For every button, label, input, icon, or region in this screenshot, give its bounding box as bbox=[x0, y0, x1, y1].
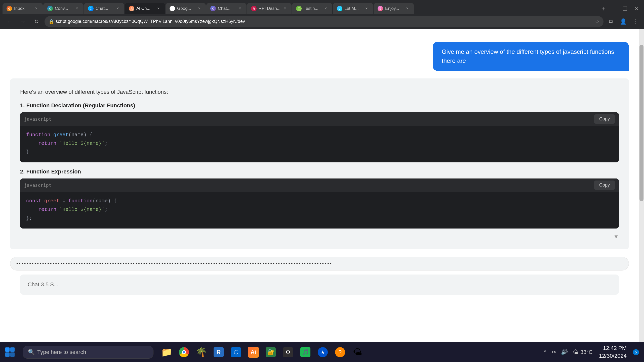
weather-icon: 🌤 bbox=[573, 349, 578, 355]
tab-chats[interactable]: CChat...× bbox=[84, 3, 124, 14]
reload-button[interactable]: ↻ bbox=[31, 16, 42, 27]
code-lang-1: javascript bbox=[24, 116, 51, 122]
tab-title-google: Goog... bbox=[177, 6, 195, 11]
tab-bar: GInbox×CConv...×CChat...×AAl Ch...×GGoog… bbox=[0, 0, 644, 14]
code-block-2: javascript Copy const greet = function(n… bbox=[20, 178, 619, 229]
taskbar-icon-file-manager[interactable]: 📁 bbox=[158, 344, 175, 360]
tab-ai-chat[interactable]: AAl Ch...× bbox=[125, 3, 165, 14]
taskbar-icon-obs[interactable]: ⚙ bbox=[280, 344, 296, 360]
section-2-heading: 2. Function Expression bbox=[20, 168, 619, 175]
address-bar: ← → ↻ 🔒 ☆ ⧉ 👤 ⋮ bbox=[0, 14, 644, 29]
tab-favicon-conv: C bbox=[47, 6, 53, 11]
chat-input[interactable] bbox=[16, 261, 623, 266]
new-tab-button[interactable]: ＋ bbox=[598, 3, 609, 14]
window-controls: ─ ❐ ✕ bbox=[609, 5, 641, 14]
address-input[interactable] bbox=[45, 16, 603, 27]
taskbar-icon-lock[interactable]: 🔐 bbox=[263, 344, 279, 360]
tray-weather[interactable]: 🌤 33°C bbox=[573, 349, 593, 355]
tray-chevron[interactable]: ^ bbox=[542, 348, 547, 357]
user-bubble: Give me an overview of the different typ… bbox=[433, 42, 629, 71]
browser-window: GInbox×CConv...×CChat...×AAl Ch...×GGoog… bbox=[0, 0, 644, 342]
browser-content: Give me an overview of the different typ… bbox=[0, 29, 644, 342]
start-button[interactable] bbox=[0, 342, 20, 362]
lock-icon: 🔒 bbox=[49, 19, 54, 24]
tab-rpi[interactable]: RRPI Dash...× bbox=[247, 3, 292, 14]
code-block-1: javascript Copy function greet(name) { r… bbox=[20, 112, 619, 162]
tab-close-testing[interactable]: × bbox=[323, 6, 328, 11]
tab-enjoy[interactable]: EEnjoy...× bbox=[374, 3, 414, 14]
taskbar-icon-r[interactable]: R bbox=[211, 344, 227, 360]
scrollbar-thumb bbox=[639, 45, 643, 201]
section-1-heading: 1. Function Declaration (Regular Functio… bbox=[20, 102, 619, 109]
tray-network[interactable]: ✂ bbox=[550, 348, 557, 357]
tray-icons: ^ ✂ 🔊 bbox=[542, 348, 569, 357]
tab-close-google[interactable]: × bbox=[197, 6, 202, 11]
clock-time: 12:42 PM bbox=[599, 344, 627, 352]
more-button[interactable]: ⋮ bbox=[630, 17, 640, 27]
extensions-button[interactable]: ⧉ bbox=[606, 17, 616, 27]
tab-close-chats[interactable]: × bbox=[115, 6, 120, 11]
taskbar-icon-nature[interactable]: 🌴 bbox=[193, 344, 209, 360]
tab-inbox[interactable]: GInbox× bbox=[3, 3, 43, 14]
tab-favicon-chats: C bbox=[88, 6, 94, 11]
code-content-1: function greet(name) { return `Hello ${n… bbox=[20, 126, 619, 162]
taskbar-icon-help[interactable]: ? bbox=[332, 344, 348, 360]
input-area[interactable] bbox=[10, 257, 629, 270]
taskbar-search[interactable]: 🔍 Type here to search bbox=[23, 346, 153, 359]
tab-title-chats: Chat... bbox=[96, 6, 113, 11]
tab-favicon-google: G bbox=[170, 6, 175, 11]
tab-favicon-inbox: G bbox=[7, 6, 12, 11]
taskbar: 🔍 Type here to search 📁 🌴 R ⬡ Ai bbox=[0, 342, 644, 362]
tab-close-chat2[interactable]: × bbox=[237, 6, 243, 11]
tab-testing[interactable]: TTestin...× bbox=[292, 3, 332, 14]
tab-close-conv[interactable]: × bbox=[74, 6, 79, 11]
search-icon: 🔍 bbox=[28, 349, 35, 355]
system-clock[interactable]: 12:42 PM 12/30/2024 bbox=[596, 343, 629, 361]
code-block-1-header: javascript Copy bbox=[20, 112, 619, 126]
tab-title-ai-chat: Al Ch... bbox=[136, 6, 154, 11]
back-button[interactable]: ← bbox=[4, 16, 15, 27]
tab-chat2[interactable]: CChat...× bbox=[206, 3, 247, 14]
notification-badge[interactable]: 5 bbox=[633, 349, 639, 355]
taskbar-icon-chrome[interactable] bbox=[176, 344, 192, 360]
taskbar-icon-ai-blue[interactable]: ★ bbox=[315, 344, 331, 360]
bookmark-icon[interactable]: ☆ bbox=[595, 19, 599, 25]
tab-close-enjoy[interactable]: × bbox=[405, 6, 410, 11]
tray-volume[interactable]: 🔊 bbox=[560, 348, 569, 357]
tab-title-inbox: Inbox bbox=[14, 6, 32, 11]
code-content-2: const greet = function(name) { return `H… bbox=[20, 192, 619, 229]
toolbar-icons: ⧉ 👤 ⋮ bbox=[606, 17, 640, 27]
tab-close-ai-chat[interactable]: × bbox=[156, 6, 161, 11]
tab-close-rpi[interactable]: × bbox=[283, 6, 288, 11]
copy-button-1[interactable]: Copy bbox=[594, 114, 615, 124]
code-block-2-header: javascript Copy bbox=[20, 178, 619, 192]
taskbar-icon-remote[interactable]: ⬡ bbox=[228, 344, 244, 360]
forward-button[interactable]: → bbox=[17, 16, 28, 27]
tab-favicon-enjoy: E bbox=[378, 6, 383, 11]
taskbar-icon-music[interactable]: 🎵 bbox=[297, 344, 313, 360]
clock-date: 12/30/2024 bbox=[599, 352, 627, 360]
address-wrapper: 🔒 ☆ bbox=[45, 16, 603, 27]
close-button[interactable]: ✕ bbox=[631, 5, 641, 13]
tab-close-let[interactable]: × bbox=[364, 6, 369, 11]
tab-close-inbox[interactable]: × bbox=[34, 6, 39, 11]
chat-scroll-area[interactable]: Give me an overview of the different typ… bbox=[0, 29, 639, 342]
tab-conv[interactable]: CConv...× bbox=[43, 3, 84, 14]
tab-let[interactable]: LLet M...× bbox=[333, 3, 373, 14]
tab-title-enjoy: Enjoy... bbox=[385, 6, 403, 11]
taskbar-app-icons: 📁 🌴 R ⬡ Ai 🔐 ⚙ bbox=[158, 344, 366, 360]
copy-button-2[interactable]: Copy bbox=[594, 180, 615, 190]
maximize-button[interactable]: ❐ bbox=[620, 5, 630, 13]
outer-scrollbar[interactable] bbox=[639, 29, 644, 342]
taskbar-icon-weather[interactable]: 🌤 bbox=[349, 344, 366, 360]
code-lang-2: javascript bbox=[24, 183, 51, 188]
search-placeholder: Type here to search bbox=[37, 349, 86, 355]
tab-favicon-testing: T bbox=[296, 6, 302, 11]
minimize-button[interactable]: ─ bbox=[609, 5, 619, 13]
tab-google[interactable]: GGoog...× bbox=[166, 3, 206, 14]
partial-section: Chat 3.5 S... bbox=[20, 275, 619, 295]
user-message-text: Give me an overview of the different typ… bbox=[442, 48, 614, 64]
tab-favicon-ai-chat: A bbox=[129, 6, 134, 11]
taskbar-icon-ai[interactable]: Ai bbox=[245, 344, 261, 360]
profile-button[interactable]: 👤 bbox=[618, 17, 628, 27]
